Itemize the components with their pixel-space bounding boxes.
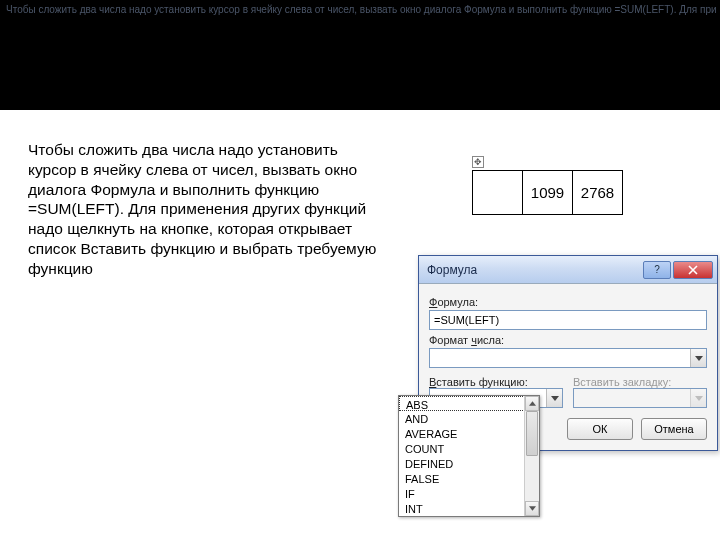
ok-button[interactable]: ОК: [567, 418, 633, 440]
dialog-titlebar[interactable]: Формула ?: [419, 256, 717, 284]
list-item[interactable]: AND: [399, 411, 539, 426]
table-row: 1099 2768: [473, 171, 623, 215]
table-move-handle-icon[interactable]: ✥: [472, 156, 484, 168]
instruction-text: Чтобы сложить два числа надо установить …: [28, 140, 388, 279]
chevron-down-icon: [690, 389, 706, 407]
list-item[interactable]: COUNT: [399, 441, 539, 456]
table-cell[interactable]: 1099: [523, 171, 573, 215]
scrollbar[interactable]: [524, 396, 539, 516]
scroll-thumb[interactable]: [526, 411, 538, 456]
insert-label-rest: ставить функцию:: [436, 376, 527, 388]
insert-bookmark-label: Вставить закладку:: [573, 376, 707, 388]
top-banner: Чтобы сложить два числа надо установить …: [0, 0, 720, 110]
insert-bookmark-combo: [573, 388, 707, 408]
word-table: ✥ 1099 2768: [472, 170, 623, 215]
scroll-up-icon[interactable]: [525, 396, 539, 411]
numfmt-label-pre: Формат: [429, 334, 471, 346]
chevron-down-icon[interactable]: [546, 389, 562, 407]
dialog-title: Формула: [427, 263, 641, 277]
formula-input[interactable]: [429, 310, 707, 330]
table-cell-empty[interactable]: [473, 171, 523, 215]
chevron-down-icon[interactable]: [690, 349, 706, 367]
list-item[interactable]: DEFINED: [399, 456, 539, 471]
number-format-combo[interactable]: [429, 348, 707, 368]
formula-label: Формула:: [429, 296, 707, 308]
table-cell[interactable]: 2768: [573, 171, 623, 215]
help-button[interactable]: ?: [643, 261, 671, 279]
scroll-down-icon[interactable]: [525, 501, 539, 516]
data-table: 1099 2768: [472, 170, 623, 215]
close-button[interactable]: [673, 261, 713, 279]
cancel-button[interactable]: Отмена: [641, 418, 707, 440]
list-item[interactable]: AVERAGE: [399, 426, 539, 441]
list-item[interactable]: ABS: [399, 396, 539, 411]
list-item[interactable]: INT: [399, 501, 539, 516]
insert-function-label: Вставить функцию:: [429, 376, 563, 388]
scroll-track[interactable]: [525, 411, 539, 501]
number-format-label: Формат числа:: [429, 334, 707, 346]
numfmt-label-suf: исла:: [477, 334, 504, 346]
function-dropdown-list[interactable]: ABS AND AVERAGE COUNT DEFINED FALSE IF I…: [398, 395, 540, 517]
formula-label-rest: ормула:: [437, 296, 478, 308]
number-format-input[interactable]: [429, 348, 707, 368]
list-item[interactable]: IF: [399, 486, 539, 501]
list-item[interactable]: FALSE: [399, 471, 539, 486]
insert-bookmark-input: [573, 388, 707, 408]
close-icon: [688, 265, 698, 275]
